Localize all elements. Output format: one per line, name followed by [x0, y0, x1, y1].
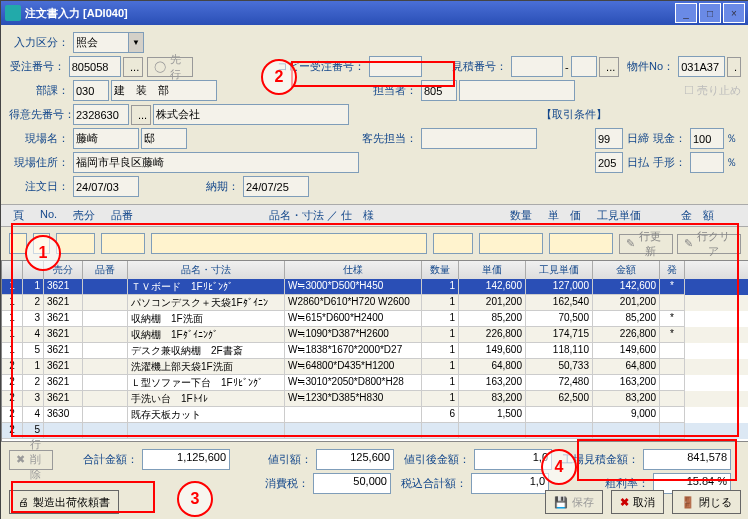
genba-mei-2[interactable]: 邸	[141, 128, 187, 149]
genba-addr-label: 現場住所：	[9, 155, 73, 170]
nebiki-value: 125,600	[316, 449, 394, 470]
gokei-value: 1,125,600	[142, 449, 230, 470]
buka-label: 部課：	[9, 83, 73, 98]
torihiki-label: 【取引条件】	[541, 107, 611, 122]
app-icon	[5, 5, 21, 21]
kyakusaki-label: 客先担当：	[187, 131, 421, 146]
tantou-name	[459, 80, 575, 101]
window-title: 注文書入力 [ADI040]	[25, 6, 673, 21]
titlebar: 注文書入力 [ADI040] _ □ ×	[1, 1, 748, 25]
chevron-down-icon[interactable]: ▼	[129, 32, 144, 53]
tokui-name: 株式会社	[153, 104, 349, 125]
tojiru-button[interactable]: 🚪閉じる	[672, 490, 741, 514]
maximize-button[interactable]: □	[699, 3, 721, 23]
torikeshi-button[interactable]: ✖取消	[611, 490, 664, 514]
callout-2: 2	[261, 59, 297, 95]
nouki-label: 納期：	[139, 179, 243, 194]
chumonbi-label: 注文日：	[9, 179, 73, 194]
highlight-grid	[11, 223, 739, 437]
callout-1: 1	[25, 235, 61, 271]
juchu-lookup-button[interactable]: ...	[123, 57, 143, 77]
tokui-lookup-button[interactable]: ...	[131, 105, 151, 125]
minimize-button[interactable]: _	[675, 3, 697, 23]
hozon-button[interactable]: 💾保存	[545, 490, 603, 514]
genba-addr-input[interactable]: 福岡市早良区藤崎	[73, 152, 359, 173]
bukken-no-input[interactable]: 031A37	[678, 56, 725, 77]
bukken-no-label: 物件No：	[627, 59, 678, 74]
shimebi-input: 99	[595, 128, 623, 149]
genba-mei-label: 現場名：	[9, 131, 73, 146]
tokui-no-label: 得意先番号：	[9, 107, 73, 122]
highlight-seizoushukka	[11, 481, 155, 513]
chumonbi-input[interactable]: 24/07/03	[73, 176, 139, 197]
save-icon: 💾	[554, 496, 568, 509]
genkin-input: 100	[690, 128, 724, 149]
harai-input: 205	[595, 152, 623, 173]
callout-4: 4	[541, 449, 577, 485]
nyuryoku-kubun-label: 入力区分：	[9, 35, 73, 50]
nyuryoku-kubun-combo[interactable]: 照会 ▼	[73, 32, 144, 53]
callout-3: 3	[177, 481, 213, 517]
bukken-lookup-button[interactable]: .	[727, 57, 741, 77]
senko-button[interactable]: ◯ 先行	[147, 57, 193, 77]
uridome-check: ☐ 売り止め	[684, 83, 741, 98]
form-area: 入力区分： 照会 ▼ 受注番号： 805058 ... ◯ 先行 コピー受注番号…	[1, 25, 748, 204]
door-icon: 🚪	[681, 496, 695, 509]
app-window: 注文書入力 [ADI040] _ □ × 入力区分： 照会 ▼ 受注番号： 80…	[0, 0, 748, 519]
mitsumori-input-2[interactable]	[571, 56, 597, 77]
buka-input[interactable]: 030	[73, 80, 109, 101]
highlight-copy-juchu	[291, 61, 455, 87]
nouki-input[interactable]: 24/07/25	[243, 176, 309, 197]
highlight-totals-right	[577, 439, 737, 481]
tokui-no-input[interactable]: 2328630	[73, 104, 129, 125]
mitsumori-input-1[interactable]	[511, 56, 563, 77]
row-delete-button[interactable]: ✖ 行削除	[9, 450, 53, 470]
close-button[interactable]: ×	[723, 3, 745, 23]
juchu-no-label: 受注番号：	[9, 59, 69, 74]
mitsumori-lookup-button[interactable]: ...	[599, 57, 619, 77]
juchu-no-input[interactable]: 805058	[69, 56, 121, 77]
tegata-input	[690, 152, 724, 173]
genba-mei-1[interactable]: 藤崎	[73, 128, 139, 149]
cancel-icon: ✖	[620, 496, 629, 509]
buka-name: 建 装 部	[111, 80, 217, 101]
kyakusaki-input[interactable]	[421, 128, 537, 149]
